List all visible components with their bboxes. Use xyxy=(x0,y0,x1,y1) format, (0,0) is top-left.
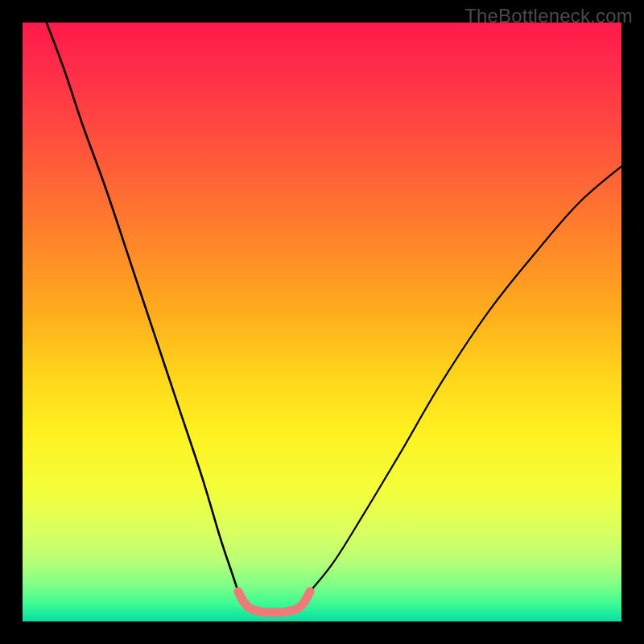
left-descend-curve xyxy=(47,23,238,592)
chart-frame: TheBottleneck.com xyxy=(0,0,644,644)
plot-area xyxy=(23,23,621,621)
curve-layer xyxy=(23,23,621,621)
right-ascend-curve xyxy=(310,167,621,592)
watermark-text: TheBottleneck.com xyxy=(464,5,633,27)
valley-overlay-curve xyxy=(238,592,310,613)
